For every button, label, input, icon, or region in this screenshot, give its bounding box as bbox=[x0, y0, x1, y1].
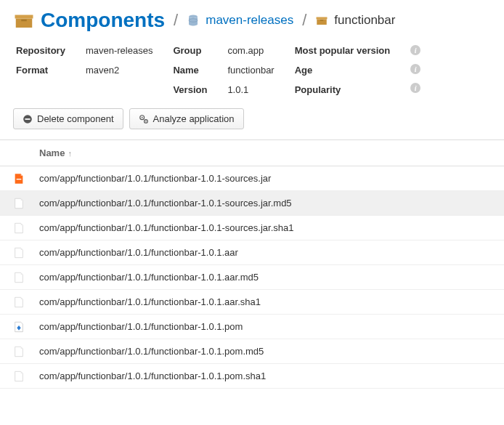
svg-point-0 bbox=[189, 15, 198, 19]
asset-name: com/app/functionbar/1.0.1/functionbar-1.… bbox=[35, 346, 504, 357]
file-file-icon bbox=[0, 370, 35, 383]
svg-rect-8 bbox=[17, 179, 22, 179]
file-file-icon bbox=[0, 271, 35, 284]
breadcrumb-component: functionbar bbox=[334, 13, 395, 28]
box-small-icon bbox=[315, 14, 328, 27]
meta-format-value: maven2 bbox=[86, 65, 153, 76]
table-row[interactable]: com/app/functionbar/1.0.1/functionbar-1.… bbox=[0, 240, 504, 265]
analyze-button-label: Analyze application bbox=[153, 113, 235, 124]
box-icon bbox=[13, 9, 35, 31]
svg-rect-3 bbox=[25, 118, 31, 120]
table-row[interactable]: com/app/functionbar/1.0.1/functionbar-1.… bbox=[0, 339, 504, 364]
meta-name-value: functionbar bbox=[227, 65, 274, 76]
info-icon[interactable]: i bbox=[410, 64, 420, 74]
gears-icon bbox=[139, 114, 149, 124]
table-row[interactable]: com/app/functionbar/1.0.1/functionbar-1.… bbox=[0, 364, 504, 389]
database-icon bbox=[187, 14, 200, 27]
meta-group-label: Group bbox=[173, 45, 207, 56]
delete-component-button[interactable]: Delete component bbox=[13, 108, 123, 129]
asset-name: com/app/functionbar/1.0.1/functionbar-1.… bbox=[35, 321, 504, 332]
file-file-icon bbox=[0, 197, 35, 210]
asset-table: Name ↑ com/app/functionbar/1.0.1/functio… bbox=[0, 139, 504, 389]
asset-name: com/app/functionbar/1.0.1/functionbar-1.… bbox=[35, 173, 504, 184]
analyze-application-button[interactable]: Analyze application bbox=[129, 108, 244, 129]
info-icon[interactable]: i bbox=[410, 45, 420, 55]
meta-panel: Repository Format maven-releases maven2 … bbox=[0, 45, 504, 108]
meta-group-value: com.app bbox=[227, 45, 274, 56]
breadcrumb-separator: / bbox=[302, 11, 306, 30]
asset-name: com/app/functionbar/1.0.1/functionbar-1.… bbox=[35, 247, 504, 258]
table-row[interactable]: com/app/functionbar/1.0.1/functionbar-1.… bbox=[0, 315, 504, 339]
asset-name: com/app/functionbar/1.0.1/functionbar-1.… bbox=[35, 296, 504, 307]
meta-age-label: Age bbox=[295, 65, 390, 76]
breadcrumb: Components / maven-releases / functionba… bbox=[0, 0, 504, 45]
breadcrumb-repo[interactable]: maven-releases bbox=[206, 13, 293, 28]
breadcrumb-separator: / bbox=[174, 11, 178, 30]
file-file-icon bbox=[0, 296, 35, 309]
column-header-name[interactable]: Name ↑ bbox=[35, 140, 504, 166]
delete-button-label: Delete component bbox=[37, 113, 114, 124]
file-file-icon bbox=[0, 222, 35, 235]
meta-format-label: Format bbox=[16, 65, 65, 76]
meta-repository-label: Repository bbox=[16, 45, 65, 56]
meta-name-label: Name bbox=[173, 65, 207, 76]
asset-name: com/app/functionbar/1.0.1/functionbar-1.… bbox=[35, 222, 504, 233]
table-row[interactable]: com/app/functionbar/1.0.1/functionbar-1.… bbox=[0, 216, 504, 240]
sort-ascending-icon: ↑ bbox=[68, 149, 72, 158]
meta-version-value: 1.0.1 bbox=[227, 84, 274, 95]
action-bar: Delete component Analyze application bbox=[0, 108, 504, 139]
table-header: Name ↑ bbox=[0, 140, 504, 166]
minus-circle-icon bbox=[23, 114, 33, 124]
svg-point-7 bbox=[145, 121, 146, 121]
meta-popularity-label: Popularity bbox=[295, 84, 390, 95]
pom-file-icon bbox=[0, 320, 35, 333]
asset-name: com/app/functionbar/1.0.1/functionbar-1.… bbox=[35, 198, 504, 209]
meta-repository-value: maven-releases bbox=[86, 45, 153, 56]
table-row[interactable]: com/app/functionbar/1.0.1/functionbar-1.… bbox=[0, 191, 504, 216]
asset-name: com/app/functionbar/1.0.1/functionbar-1.… bbox=[35, 272, 504, 283]
asset-name: com/app/functionbar/1.0.1/functionbar-1.… bbox=[35, 371, 504, 381]
meta-popular-label: Most popular version bbox=[295, 45, 390, 56]
svg-point-5 bbox=[141, 116, 142, 118]
jar-file-icon bbox=[0, 172, 35, 185]
page-title[interactable]: Components bbox=[41, 9, 165, 32]
table-row[interactable]: com/app/functionbar/1.0.1/functionbar-1.… bbox=[0, 166, 504, 191]
table-row[interactable]: com/app/functionbar/1.0.1/functionbar-1.… bbox=[0, 265, 504, 290]
file-file-icon bbox=[0, 246, 35, 259]
info-icon[interactable]: i bbox=[410, 83, 420, 93]
meta-version-label: Version bbox=[173, 84, 207, 95]
file-file-icon bbox=[0, 345, 35, 358]
table-row[interactable]: com/app/functionbar/1.0.1/functionbar-1.… bbox=[0, 290, 504, 315]
